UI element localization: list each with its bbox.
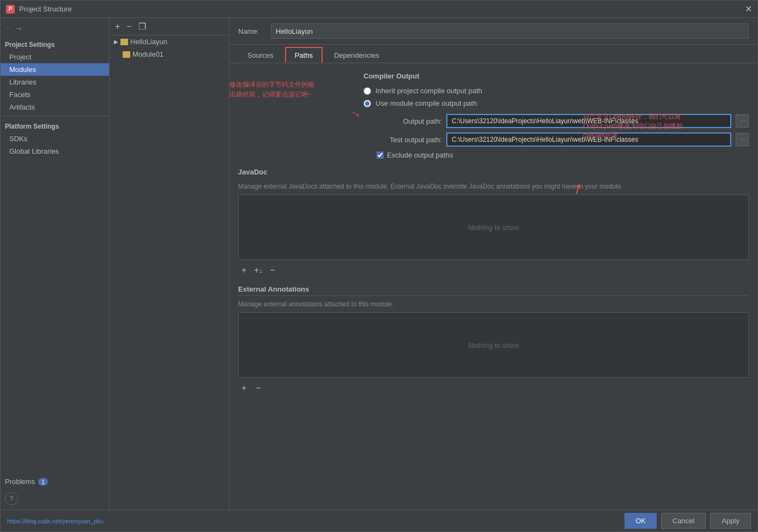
- window-title: Project Structure: [19, 5, 72, 13]
- javadoc-empty-area: Nothing to show: [238, 195, 749, 260]
- ext-annotations-description: Manage external annotations attached to …: [238, 300, 749, 308]
- name-row: Name:: [229, 18, 757, 45]
- nav-back-forward: ← →: [1, 20, 109, 37]
- sidebar-item-libraries[interactable]: Libraries: [1, 76, 109, 88]
- sidebar: ← → Project Settings Project Modules Lib…: [1, 18, 110, 510]
- exclude-checkbox-label: Exclude output paths: [387, 151, 453, 159]
- back-button[interactable]: ←: [5, 24, 13, 33]
- ext-remove-button[interactable]: −: [252, 382, 264, 394]
- javadoc-title: JavaDoc: [238, 168, 749, 176]
- output-path-browse-button[interactable]: ⋯: [736, 114, 749, 128]
- output-path-row: Output path: ⋯: [363, 114, 749, 128]
- tab-paths[interactable]: Paths: [285, 47, 323, 63]
- exclude-checkbox-row: Exclude output paths: [363, 151, 749, 159]
- javadoc-section: JavaDoc Manage external JavaDocs attache…: [238, 168, 749, 279]
- folder-icon-module01: [123, 51, 130, 58]
- tree-item-helloliayun[interactable]: ▶ HelloLiayun: [110, 35, 229, 48]
- javadoc-description: Manage external JavaDocs attached to thi…: [238, 183, 749, 190]
- tab-dependencies[interactable]: Dependencies: [325, 47, 389, 63]
- bottom-bar: https://blog.csdn.net/yerenyuan_pku OK C…: [1, 510, 757, 531]
- radio-use-module-input[interactable]: [363, 100, 371, 107]
- compiler-output-title: Compiler Output: [363, 72, 749, 80]
- title-bar: P Project Structure ✕: [1, 1, 757, 18]
- ext-annotations-empty-label: Nothing to show: [468, 341, 519, 349]
- app-icon: P: [6, 5, 15, 14]
- sidebar-item-global-libraries[interactable]: Global Libraries: [1, 145, 109, 158]
- output-path-label: Output path:: [377, 117, 442, 125]
- ext-add-button[interactable]: +: [238, 382, 250, 394]
- tree-item-module01[interactable]: Module01: [110, 48, 229, 61]
- add-module-button[interactable]: +: [114, 21, 121, 32]
- ext-annotations-title: External Annotations: [238, 285, 749, 296]
- javadoc-toolbar: + +↓ −: [238, 262, 749, 279]
- sidebar-item-sdks[interactable]: SDKs: [1, 132, 109, 145]
- module-tree: + − ❐ ▶ HelloLiayun Module01: [110, 18, 229, 510]
- radio-use-module[interactable]: Use module compile output path: [363, 99, 749, 107]
- problems-item[interactable]: Problems 1: [1, 475, 109, 488]
- external-annotations-section: External Annotations Manage external ann…: [238, 285, 749, 396]
- project-settings-header: Project Settings: [1, 37, 109, 51]
- tree-item-label: HelloLiayun: [130, 38, 167, 46]
- exclude-checkbox[interactable]: [377, 152, 384, 159]
- close-button[interactable]: ✕: [745, 5, 752, 14]
- bottom-link[interactable]: https://blog.csdn.net/yerenyuan_pku: [7, 518, 104, 524]
- test-output-path-row: Test output path: ⋯: [363, 132, 749, 147]
- bottom-buttons: OK Cancel Apply: [624, 513, 751, 529]
- problems-label: Problems: [5, 477, 35, 486]
- javadoc-add-button[interactable]: +: [238, 264, 250, 276]
- remove-module-button[interactable]: −: [125, 21, 132, 32]
- apply-button[interactable]: Apply: [710, 513, 751, 529]
- copy-module-button[interactable]: ❐: [137, 21, 147, 32]
- name-input[interactable]: [271, 23, 749, 39]
- sidebar-item-modules[interactable]: Modules: [1, 63, 109, 76]
- sidebar-divider: [1, 116, 109, 116]
- radio-inherit-label: Inherit project compile output path: [375, 87, 482, 95]
- expand-arrow-icon: ▶: [114, 39, 118, 45]
- forward-button[interactable]: →: [15, 24, 22, 33]
- folder-icon: [120, 39, 128, 45]
- radio-inherit-input[interactable]: [363, 87, 371, 95]
- sidebar-item-facets[interactable]: Facets: [1, 88, 109, 101]
- output-path-input[interactable]: [446, 114, 731, 128]
- javadoc-add-from-button[interactable]: +↓: [252, 264, 264, 276]
- radio-use-module-label: Use module compile output path: [375, 99, 477, 107]
- tree-item-module01-label: Module01: [132, 50, 163, 58]
- radio-group: Inherit project compile output path Use …: [363, 87, 749, 107]
- test-output-path-browse-button[interactable]: ⋯: [736, 133, 749, 146]
- platform-settings-header: Platform Settings: [1, 118, 109, 132]
- tabs-row: Sources Paths Dependencies: [229, 45, 757, 63]
- ok-button[interactable]: OK: [624, 513, 657, 529]
- title-bar-left: P Project Structure: [6, 5, 72, 14]
- annotation-left: 修改编译后的字节码文件的输出路径前，记得要点选它哟~: [229, 80, 360, 99]
- javadoc-remove-button[interactable]: −: [266, 264, 278, 276]
- help-button[interactable]: ?: [5, 492, 18, 505]
- sidebar-item-project[interactable]: Project: [1, 51, 109, 63]
- name-label: Name:: [238, 27, 265, 35]
- tree-toolbar: + − ❐: [110, 18, 229, 35]
- content-area: 修改编译后的字节码文件的输出路径前，记得要点选它哟~ 自己定义Output路径，…: [229, 63, 757, 510]
- radio-inherit[interactable]: Inherit project compile output path: [363, 87, 749, 95]
- test-output-path-label: Test output path:: [377, 136, 442, 144]
- problems-badge: 1: [38, 478, 48, 486]
- ext-annotations-toolbar: + −: [238, 380, 749, 396]
- main-panel: Name: Sources Paths Dependencies 修改编译后的字…: [229, 18, 757, 510]
- cancel-button[interactable]: Cancel: [661, 513, 706, 529]
- javadoc-empty-label: Nothing to show: [468, 223, 519, 232]
- tab-sources[interactable]: Sources: [238, 47, 283, 63]
- test-output-path-input[interactable]: [446, 132, 731, 147]
- sidebar-item-artifacts[interactable]: Artifacts: [1, 101, 109, 113]
- ext-annotations-empty-area: Nothing to show: [238, 312, 749, 378]
